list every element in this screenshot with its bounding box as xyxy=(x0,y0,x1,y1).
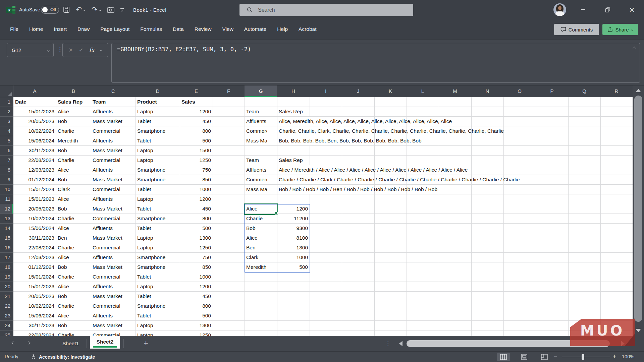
cell-Q17[interactable] xyxy=(568,253,601,262)
cell-R14[interactable] xyxy=(600,224,633,233)
row-header-1[interactable]: 1 xyxy=(0,97,13,107)
cell-M1[interactable] xyxy=(439,97,472,107)
cell-F12[interactable] xyxy=(213,204,245,214)
cell-J1[interactable] xyxy=(342,97,375,107)
cell-A13[interactable]: 10/02/2024 xyxy=(13,214,56,224)
cell-N17[interactable] xyxy=(471,253,504,262)
cell-K19[interactable] xyxy=(374,272,407,282)
cell-D22[interactable]: Smartphone xyxy=(136,301,180,311)
cell-G5[interactable]: Mass Market xyxy=(245,136,277,146)
cell-G12[interactable]: Alice xyxy=(245,204,277,214)
cell-G19[interactable] xyxy=(245,272,277,282)
cell-A16[interactable]: 22/08/2024 xyxy=(13,243,56,253)
cell-A3[interactable]: 20/05/2023 xyxy=(13,117,56,126)
cell-O1[interactable] xyxy=(503,97,536,107)
cell-A17[interactable]: 12/03/2023 xyxy=(13,253,56,262)
cell-A10[interactable]: 15/01/2024 xyxy=(13,185,56,194)
cell-B21[interactable]: Bob xyxy=(56,292,91,301)
cell-M5[interactable] xyxy=(439,136,472,146)
cell-B25[interactable]: Charlie xyxy=(56,330,91,336)
column-header-M[interactable]: M xyxy=(439,85,472,97)
minimize-button[interactable] xyxy=(575,0,591,19)
row-header-15[interactable]: 15 xyxy=(0,233,13,243)
cell-D3[interactable]: Tablet xyxy=(136,117,180,126)
cell-Q12[interactable] xyxy=(568,204,601,214)
cell-H15[interactable]: 8100 xyxy=(277,233,310,243)
cell-O24[interactable] xyxy=(503,321,536,330)
cell-O20[interactable] xyxy=(503,282,536,292)
cell-P4[interactable] xyxy=(536,126,569,136)
cell-A5[interactable]: 15/06/2024 xyxy=(13,136,56,146)
column-header-C[interactable]: C xyxy=(91,85,136,97)
cell-G20[interactable] xyxy=(245,282,277,292)
account-avatar[interactable] xyxy=(553,3,566,16)
row-header-20[interactable]: 20 xyxy=(0,282,13,292)
cell-A4[interactable]: 10/02/2024 xyxy=(13,126,56,136)
excel-app-icon[interactable]: x xyxy=(6,5,15,14)
cell-B20[interactable]: Alice xyxy=(56,282,91,292)
ribbon-tab-draw[interactable]: Draw xyxy=(72,19,95,40)
cell-F4[interactable] xyxy=(213,126,245,136)
select-all-button[interactable] xyxy=(0,85,13,97)
cell-B11[interactable]: Alice xyxy=(56,194,91,204)
cell-O2[interactable] xyxy=(503,107,536,117)
cell-B12[interactable]: Bob xyxy=(56,204,91,214)
cell-R18[interactable] xyxy=(600,262,633,272)
cell-K21[interactable] xyxy=(374,292,407,301)
cell-N18[interactable] xyxy=(471,262,504,272)
zoom-out-button[interactable]: − xyxy=(553,352,557,362)
cell-P5[interactable] xyxy=(536,136,569,146)
cell-Q1[interactable] xyxy=(568,97,601,107)
cell-Q14[interactable] xyxy=(568,224,601,233)
cell-G1[interactable] xyxy=(245,97,277,107)
cell-G21[interactable] xyxy=(245,292,277,301)
cell-N2[interactable] xyxy=(471,107,504,117)
hscroll-left-icon[interactable] xyxy=(399,341,402,346)
cell-A22[interactable]: 10/02/2024 xyxy=(13,301,56,311)
cell-L16[interactable] xyxy=(407,243,439,253)
cell-O22[interactable] xyxy=(503,301,536,311)
cell-C19[interactable]: Commercial xyxy=(91,272,136,282)
cell-E24[interactable]: 1300 xyxy=(180,321,213,330)
cell-P7[interactable] xyxy=(536,156,569,165)
cell-B16[interactable]: Charlie xyxy=(56,243,91,253)
cell-F15[interactable] xyxy=(213,233,245,243)
column-header-P[interactable]: P xyxy=(536,85,569,97)
row-header-17[interactable]: 17 xyxy=(0,253,13,262)
cell-K18[interactable] xyxy=(374,262,407,272)
vertical-scrollbar[interactable] xyxy=(633,85,644,336)
cell-R7[interactable] xyxy=(600,156,633,165)
zoom-level[interactable]: 100% xyxy=(622,352,634,362)
cell-A25[interactable]: 22/08/2024 xyxy=(13,330,56,336)
cell-N21[interactable] xyxy=(471,292,504,301)
cell-P24[interactable] xyxy=(536,321,569,330)
cell-R17[interactable] xyxy=(600,253,633,262)
cell-Q2[interactable] xyxy=(568,107,601,117)
cell-C18[interactable]: Mass Market xyxy=(91,262,136,272)
cell-P9[interactable] xyxy=(536,175,569,185)
cell-A1[interactable]: Date xyxy=(13,97,56,107)
cell-D15[interactable]: Laptop xyxy=(136,233,180,243)
row-header-12[interactable]: 12 xyxy=(0,204,13,214)
cell-H21[interactable] xyxy=(277,292,310,301)
cell-L6[interactable] xyxy=(407,146,439,156)
ribbon-tab-home[interactable]: Home xyxy=(24,19,48,40)
cell-H24[interactable] xyxy=(277,321,310,330)
cell-O15[interactable] xyxy=(503,233,536,243)
cell-Q8[interactable] xyxy=(568,165,601,175)
cell-N25[interactable] xyxy=(471,330,504,336)
cell-L7[interactable] xyxy=(407,156,439,165)
cell-C4[interactable]: Commercial xyxy=(91,126,136,136)
cell-Q9[interactable] xyxy=(568,175,601,185)
cell-R20[interactable] xyxy=(600,282,633,292)
cell-P11[interactable] xyxy=(536,194,569,204)
cell-Q11[interactable] xyxy=(568,194,601,204)
cell-G8[interactable]: Affluents xyxy=(245,165,277,175)
cell-G7[interactable]: Team xyxy=(245,156,277,165)
cell-Q21[interactable] xyxy=(568,292,601,301)
cell-I11[interactable] xyxy=(310,194,342,204)
cell-N12[interactable] xyxy=(471,204,504,214)
ribbon-tab-file[interactable]: File xyxy=(5,19,24,40)
row-header-19[interactable]: 19 xyxy=(0,272,13,282)
cell-I18[interactable] xyxy=(310,262,342,272)
